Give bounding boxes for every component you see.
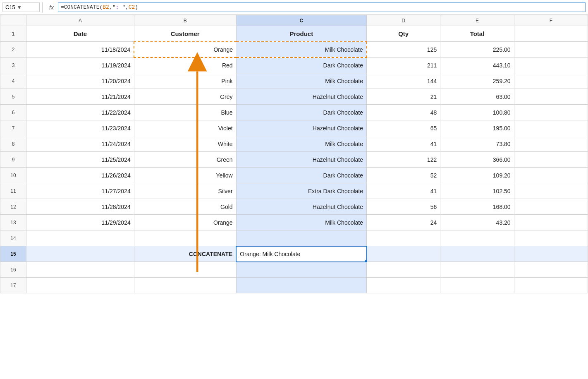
cell-b7[interactable]: Violet [134, 120, 236, 136]
cell-b1[interactable]: Customer [134, 26, 236, 42]
cell-b6[interactable]: Blue [134, 105, 236, 120]
cell-d4[interactable]: 144 [367, 73, 440, 89]
cell-a7[interactable]: 11/23/2024 [26, 120, 134, 136]
cell-b10[interactable]: Yellow [134, 168, 236, 183]
cell-c11[interactable]: Extra Dark Chocolate [236, 183, 366, 199]
cell-reference-box[interactable]: C15 ▼ [2, 2, 40, 12]
fill-handle[interactable] [365, 260, 367, 262]
cell-b15[interactable]: CONCATENATE [134, 246, 236, 262]
cell-e11[interactable]: 102.50 [440, 183, 514, 199]
cell-d14[interactable] [367, 230, 440, 246]
cell-e14[interactable] [440, 230, 514, 246]
cell-a13[interactable]: 11/29/2024 [26, 215, 134, 230]
cell-b17[interactable] [134, 278, 236, 293]
col-header-b[interactable]: B [134, 15, 236, 26]
cell-c6[interactable]: Dark Chocolate [236, 105, 366, 120]
cell-c9[interactable]: Hazelnut Chocolate [236, 152, 366, 168]
cell-a17[interactable] [26, 278, 134, 293]
cell-d10[interactable]: 52 [367, 168, 440, 183]
cell-a11[interactable]: 11/27/2024 [26, 183, 134, 199]
cell-a1[interactable]: Date [26, 26, 134, 42]
cell-c5[interactable]: Hazelnut Chocolate [236, 89, 366, 105]
cell-b14[interactable] [134, 230, 236, 246]
cell-a6[interactable]: 11/22/2024 [26, 105, 134, 120]
formula-input[interactable]: =CONCATENATE(B2,": ",C2) [58, 2, 586, 12]
cell-c2[interactable]: Milk Chocolate [236, 42, 366, 58]
cell-e10[interactable]: 109.20 [440, 168, 514, 183]
col-header-f[interactable]: F [514, 15, 588, 26]
cell-e16[interactable] [440, 262, 514, 278]
corner-cell [0, 15, 26, 26]
cell-ref-dropdown-icon[interactable]: ▼ [17, 5, 22, 10]
cell-e15[interactable] [440, 246, 514, 262]
cell-a4[interactable]: 11/20/2024 [26, 73, 134, 89]
cell-d8[interactable]: 41 [367, 136, 440, 152]
cell-c8[interactable]: Milk Chocolate [236, 136, 366, 152]
cell-b9[interactable]: Green [134, 152, 236, 168]
cell-d5[interactable]: 21 [367, 89, 440, 105]
cell-b13[interactable]: Orange [134, 215, 236, 230]
cell-b5[interactable]: Grey [134, 89, 236, 105]
cell-e9[interactable]: 366.00 [440, 152, 514, 168]
cell-c16[interactable] [236, 262, 366, 278]
cell-a2[interactable]: 11/18/2024 [26, 42, 134, 58]
cell-b16[interactable] [134, 262, 236, 278]
cell-e8[interactable]: 73.80 [440, 136, 514, 152]
cell-c13[interactable]: Milk Chocolate [236, 215, 366, 230]
cell-c7[interactable]: Hazelnut Chocolate [236, 120, 366, 136]
cell-c15[interactable]: Orange: Milk Chocolate [236, 246, 366, 262]
cell-b2[interactable]: Orange [134, 42, 236, 58]
cell-a14[interactable] [26, 230, 134, 246]
cell-d9[interactable]: 122 [367, 152, 440, 168]
cell-d2[interactable]: 125 [367, 42, 440, 58]
cell-b8[interactable]: White [134, 136, 236, 152]
col-header-c[interactable]: C [236, 15, 366, 26]
cell-d1[interactable]: Qty [367, 26, 440, 42]
cell-c12[interactable]: Hazelnut Chocolate [236, 199, 366, 215]
cell-a9[interactable]: 11/25/2024 [26, 152, 134, 168]
cell-e12[interactable]: 168.00 [440, 199, 514, 215]
cell-d12[interactable]: 56 [367, 199, 440, 215]
cell-e7[interactable]: 195.00 [440, 120, 514, 136]
cell-d13[interactable]: 24 [367, 215, 440, 230]
cell-d11[interactable]: 41 [367, 183, 440, 199]
cell-e2[interactable]: 225.00 [440, 42, 514, 58]
cell-c10[interactable]: Dark Chocolate [236, 168, 366, 183]
cell-e3[interactable]: 443.10 [440, 58, 514, 73]
table-row: 9 11/25/2024 Green Hazelnut Chocolate 12… [0, 152, 588, 168]
cell-e4[interactable]: 259.20 [440, 73, 514, 89]
cell-c14[interactable] [236, 230, 366, 246]
cell-e5[interactable]: 63.00 [440, 89, 514, 105]
cell-c1[interactable]: Product [236, 26, 366, 42]
cell-b11[interactable]: Silver [134, 183, 236, 199]
cell-e6[interactable]: 100.80 [440, 105, 514, 120]
row-header-17: 17 [0, 278, 26, 293]
cell-e1[interactable]: Total [440, 26, 514, 42]
cell-a12[interactable]: 11/28/2024 [26, 199, 134, 215]
cell-e13[interactable]: 43.20 [440, 215, 514, 230]
cell-d6[interactable]: 48 [367, 105, 440, 120]
cell-a15[interactable] [26, 246, 134, 262]
table-row: 2 11/18/2024 Orange Milk Chocolate 125 2… [0, 42, 588, 58]
cell-b4[interactable]: Pink [134, 73, 236, 89]
cell-a5[interactable]: 11/21/2024 [26, 89, 134, 105]
cell-a8[interactable]: 11/24/2024 [26, 136, 134, 152]
cell-b12[interactable]: Gold [134, 199, 236, 215]
cell-e17[interactable] [440, 278, 514, 293]
cell-a16[interactable] [26, 262, 134, 278]
cell-d15[interactable] [367, 246, 440, 262]
cell-d7[interactable]: 65 [367, 120, 440, 136]
cell-c3[interactable]: Dark Chocolate [236, 58, 366, 73]
cell-d17[interactable] [367, 278, 440, 293]
cell-b3[interactable]: Red [134, 58, 236, 73]
row-header-15: 15 [0, 246, 26, 262]
col-header-e[interactable]: E [440, 15, 514, 26]
cell-a3[interactable]: 11/19/2024 [26, 58, 134, 73]
cell-c17[interactable] [236, 278, 366, 293]
cell-c4[interactable]: Milk Chocolate [236, 73, 366, 89]
cell-a10[interactable]: 11/26/2024 [26, 168, 134, 183]
cell-d3[interactable]: 211 [367, 58, 440, 73]
col-header-d[interactable]: D [367, 15, 440, 26]
col-header-a[interactable]: A [26, 15, 134, 26]
cell-d16[interactable] [367, 262, 440, 278]
